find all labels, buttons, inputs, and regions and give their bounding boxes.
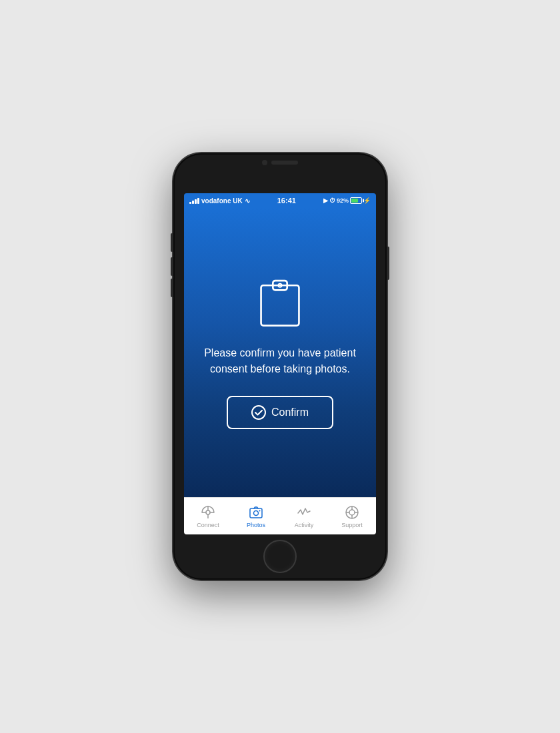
svg-rect-8 (250, 508, 262, 518)
confirm-button[interactable]: Confirm (227, 396, 333, 429)
time-display: 16:41 (277, 197, 296, 205)
tab-photos[interactable]: Photos (232, 504, 280, 528)
location-icon: ▶ (323, 197, 328, 204)
battery-fill (351, 199, 359, 203)
tab-support[interactable]: Support (328, 504, 376, 528)
status-right: ▶ ⏱ 92% ⚡ (323, 197, 371, 204)
connect-tab-label: Connect (197, 522, 219, 528)
svg-point-9 (254, 510, 259, 515)
checkmark-icon (251, 405, 266, 420)
home-button[interactable] (263, 540, 297, 573)
status-left: vodafone UK ∿ (189, 197, 250, 205)
phone-notch (262, 160, 298, 165)
activity-icon (296, 504, 312, 520)
charging-icon: ⚡ (363, 197, 371, 204)
support-icon (344, 504, 360, 520)
connect-icon (200, 504, 216, 520)
photos-icon (248, 504, 264, 520)
tab-connect[interactable]: Connect (184, 504, 232, 528)
battery-icon (350, 197, 362, 204)
alarm-icon: ⏱ (329, 197, 335, 204)
consent-message: Please confirm you have patient consent … (197, 345, 363, 377)
svg-point-10 (259, 510, 261, 511)
clipboard-icon (253, 276, 307, 329)
signal-strength-icon (189, 197, 199, 204)
front-camera (262, 160, 267, 165)
photos-tab-label: Photos (247, 522, 265, 528)
tab-bar: Connect Photos (184, 497, 376, 534)
carrier-label: vodafone UK (201, 197, 243, 205)
svg-rect-0 (261, 285, 299, 325)
earpiece-speaker (271, 161, 298, 165)
wifi-icon: ∿ (245, 197, 250, 205)
svg-point-3 (206, 510, 210, 514)
main-content: Please confirm you have patient consent … (184, 208, 376, 497)
battery-percent-label: 92% (337, 197, 349, 204)
support-tab-label: Support (341, 522, 363, 528)
tab-activity[interactable]: Activity (280, 504, 328, 528)
svg-point-12 (349, 510, 355, 515)
phone-screen: vodafone UK ∿ 16:41 ▶ ⏱ 92% ⚡ (184, 193, 376, 534)
activity-tab-label: Activity (295, 522, 314, 528)
phone-device: vodafone UK ∿ 16:41 ▶ ⏱ 92% ⚡ (173, 153, 387, 580)
status-bar: vodafone UK ∿ 16:41 ▶ ⏱ 92% ⚡ (184, 193, 376, 208)
confirm-label: Confirm (271, 406, 309, 418)
